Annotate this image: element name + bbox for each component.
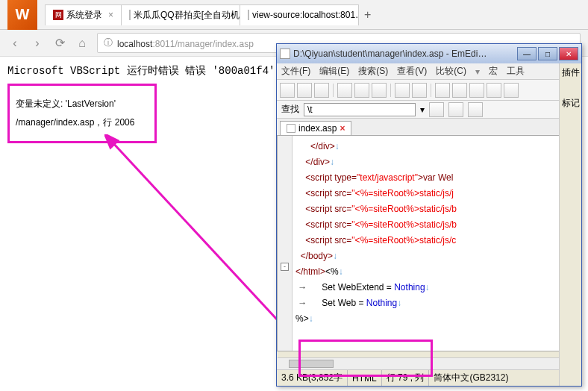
cut-icon[interactable]	[337, 83, 352, 98]
minimize-button[interactable]: —	[517, 47, 537, 60]
toolbar-icon[interactable]	[452, 83, 467, 98]
search-next-icon[interactable]	[448, 102, 463, 117]
editor-app-icon	[280, 49, 290, 59]
toolbar-icon[interactable]	[435, 83, 450, 98]
url-text: localhost:8011/manager/index.asp	[117, 37, 254, 49]
menu-compare[interactable]: 比较(C)	[436, 65, 466, 78]
forward-button[interactable]: ›	[30, 36, 45, 51]
status-type: HTML	[348, 370, 382, 386]
home-button[interactable]: ⌂	[75, 36, 90, 51]
fold-icon[interactable]: -	[281, 263, 289, 271]
search-input[interactable]	[304, 103, 416, 116]
copy-icon[interactable]	[354, 83, 369, 98]
tabs-container: 网 系统登录 × 米瓜瓜QQ群拍卖[全自动机… view-source:loca…	[45, 4, 377, 26]
tab-3[interactable]: view-source:localhost:801… ×	[240, 4, 359, 25]
code-gutter: -	[278, 136, 293, 351]
file-tab-label: index.asp	[298, 123, 337, 134]
close-icon[interactable]: ×	[340, 123, 345, 134]
close-icon[interactable]: ×	[108, 10, 113, 20]
maximize-button[interactable]: □	[538, 47, 557, 60]
window-close-button[interactable]: ✕	[559, 47, 578, 60]
undo-icon[interactable]	[395, 83, 410, 98]
page-icon	[248, 10, 249, 20]
file-icon	[287, 124, 295, 133]
paste-icon[interactable]	[372, 83, 387, 98]
search-prev-icon[interactable]	[429, 102, 444, 117]
menu-tools[interactable]: 工具	[507, 65, 525, 78]
tab-2[interactable]: 米瓜瓜QQ群拍卖[全自动机…	[121, 4, 240, 25]
editor-title-text: D:\Qiyuan\student\manager\index.asp - Em…	[293, 49, 514, 59]
editor-statusbar: 3.6 KB(3,852字 HTML 行 79 , 列 简体中文(GB2312)	[277, 369, 581, 386]
browser-tab-strip: W 网 系统登录 × 米瓜瓜QQ群拍卖[全自动机… view-source:lo…	[0, 0, 588, 30]
editor-menubar: 文件(F) 编辑(E) 搜索(S) 查看(V) 比较(C) ▾ 宏 工具	[277, 63, 581, 80]
file-tab[interactable]: index.asp ×	[280, 121, 351, 135]
side-marks[interactable]: 标记	[562, 97, 580, 110]
reload-button[interactable]: ⟳	[52, 36, 67, 51]
redo-icon[interactable]	[412, 83, 427, 98]
editor-file-tabs: index.asp ×	[277, 119, 581, 135]
app-icon: W	[7, 0, 37, 30]
status-size: 3.6 KB(3,852字	[277, 370, 348, 386]
search-close-icon[interactable]	[468, 102, 483, 117]
editor-search-bar: 查找 ▾ »	[277, 101, 581, 119]
open-file-icon[interactable]	[297, 83, 312, 98]
status-position: 行 79 , 列	[382, 370, 430, 386]
save-icon[interactable]	[314, 83, 329, 98]
search-label: 查找	[281, 103, 299, 116]
side-plugins[interactable]: 插件	[562, 66, 580, 79]
error-highlight-box: 变量未定义: 'LastVersion' /manager/index.asp，…	[7, 84, 157, 143]
menu-search[interactable]: 搜索(S)	[358, 65, 388, 78]
error-location: /manager/index.asp，行 2006	[16, 116, 148, 129]
toolbar-icon[interactable]	[469, 83, 484, 98]
tab-label: 系统登录	[66, 9, 102, 22]
new-file-icon[interactable]	[280, 83, 295, 98]
code-editor[interactable]: - </div>↓ </div>↓ <script type="text/jav…	[277, 135, 581, 351]
tab-label: 米瓜瓜QQ群拍卖[全自动机…	[134, 9, 240, 22]
toolbar-icon[interactable]	[504, 83, 519, 98]
new-tab-button[interactable]: +	[358, 8, 377, 22]
favicon-icon: 网	[53, 10, 63, 20]
error-message: 变量未定义: 'LastVersion'	[16, 98, 148, 110]
editor-side-panel: 插件 标记	[559, 63, 581, 386]
editor-window: D:\Qiyuan\student\manager\index.asp - Em…	[276, 43, 582, 387]
menu-view[interactable]: 查看(V)	[397, 65, 427, 78]
tab-1[interactable]: 网 系统登录 ×	[45, 4, 122, 25]
dropdown-icon[interactable]: ▾	[420, 104, 425, 115]
menu-macro[interactable]: 宏	[489, 65, 498, 78]
menu-file[interactable]: 文件(F)	[281, 65, 310, 78]
horizontal-scrollbar[interactable]	[278, 357, 569, 369]
menu-edit[interactable]: 编辑(E)	[319, 65, 349, 78]
back-button[interactable]: ‹	[7, 36, 22, 51]
page-icon	[129, 10, 131, 20]
site-info-icon[interactable]: ⓘ	[104, 37, 113, 49]
editor-titlebar[interactable]: D:\Qiyuan\student\manager\index.asp - Em…	[277, 44, 581, 63]
editor-toolbar	[277, 80, 581, 101]
menu-dropdown-icon[interactable]: ▾	[475, 66, 480, 77]
toolbar-icon[interactable]	[487, 83, 501, 98]
tab-label: view-source:localhost:801…	[252, 10, 359, 20]
